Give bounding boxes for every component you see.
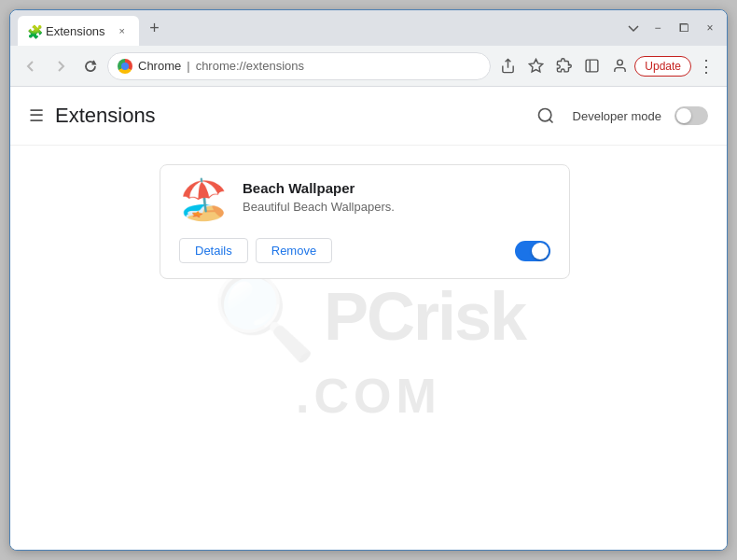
tab-title: Extensions xyxy=(46,24,105,38)
extensions-puzzle-button[interactable] xyxy=(550,53,577,79)
extension-name: Beach Wallpaper xyxy=(243,180,550,196)
developer-mode-toggle[interactable] xyxy=(674,106,708,125)
forward-button[interactable] xyxy=(48,53,74,79)
profile-icon xyxy=(612,58,628,74)
address-domain: Chrome xyxy=(138,59,181,73)
browser-window: 🧩 Extensions × + − ⧠ × xyxy=(9,9,728,551)
extension-buttons: Details Remove xyxy=(179,238,332,263)
watermark-pcrisk-text: PCrisk xyxy=(324,278,525,355)
extensions-body: 🔍 PCrisk .COM 🏖️ Beach Wallpaper Beautif… xyxy=(10,146,727,550)
minimize-button[interactable]: − xyxy=(648,19,667,37)
developer-mode-label: Developer mode xyxy=(573,109,661,123)
reload-icon xyxy=(83,59,98,74)
search-button[interactable] xyxy=(532,102,560,130)
puzzle-icon xyxy=(556,58,572,74)
svg-line-6 xyxy=(549,119,552,123)
remove-button[interactable]: Remove xyxy=(256,238,332,263)
page-title: Extensions xyxy=(55,104,156,128)
share-button[interactable] xyxy=(494,53,521,79)
forward-icon xyxy=(53,59,68,74)
restore-button[interactable]: ⧠ xyxy=(674,19,693,37)
watermark-dotcom-text: .COM xyxy=(296,368,441,424)
sidebar-button[interactable] xyxy=(578,53,605,79)
tab-strip: 🧩 Extensions × + xyxy=(18,10,622,46)
window-controls: − ⧠ × xyxy=(626,19,719,37)
chrome-menu-button[interactable]: ⋮ xyxy=(693,53,719,79)
toolbar-actions: Update ⋮ xyxy=(494,53,719,79)
header-left: ☰ Extensions xyxy=(29,104,156,128)
extension-toggle-knob xyxy=(532,243,549,259)
page-content: ☰ Extensions Developer mode 🔍 xyxy=(10,87,727,550)
extension-description: Beautiful Beach Wallpapers. xyxy=(243,200,550,214)
update-button[interactable]: Update xyxy=(634,56,691,77)
search-icon xyxy=(536,106,555,125)
bookmark-button[interactable] xyxy=(522,53,549,79)
sidebar-icon xyxy=(584,58,600,74)
close-button[interactable]: × xyxy=(701,19,719,37)
address-path: chrome://extensions xyxy=(196,59,304,73)
back-button[interactable] xyxy=(18,53,44,79)
active-tab[interactable]: 🧩 Extensions × xyxy=(18,16,139,46)
details-button[interactable]: Details xyxy=(179,238,248,263)
watermark: 🔍 PCrisk .COM xyxy=(212,274,525,424)
extensions-header: ☰ Extensions Developer mode xyxy=(10,87,727,146)
address-separator: | xyxy=(187,59,189,73)
new-tab-button[interactable]: + xyxy=(143,16,167,40)
chrome-logo-icon xyxy=(118,59,132,74)
address-bar[interactable]: Chrome | chrome://extensions xyxy=(107,52,491,80)
sidebar-menu-button[interactable]: ☰ xyxy=(29,105,44,126)
reload-button[interactable] xyxy=(77,53,104,79)
svg-point-4 xyxy=(617,60,622,65)
extension-info: 🏖️ Beach Wallpaper Beautiful Beach Wallp… xyxy=(179,180,550,219)
share-icon xyxy=(500,58,516,74)
bookmark-icon xyxy=(528,58,544,74)
svg-point-5 xyxy=(538,109,550,121)
tab-close-button[interactable]: × xyxy=(115,23,130,38)
tab-favicon-icon: 🧩 xyxy=(27,24,40,37)
chevron-down-icon xyxy=(626,21,641,35)
toolbar: Chrome | chrome://extensions xyxy=(10,46,727,87)
profile-button[interactable] xyxy=(606,53,633,79)
toggle-knob xyxy=(676,108,691,123)
extension-text: Beach Wallpaper Beautiful Beach Wallpape… xyxy=(243,180,550,214)
svg-rect-2 xyxy=(586,60,598,72)
header-right: Developer mode xyxy=(532,102,708,130)
back-icon xyxy=(23,59,38,74)
extension-icon: 🏖️ xyxy=(179,180,228,219)
title-bar: 🧩 Extensions × + − ⧠ × xyxy=(10,10,727,46)
svg-marker-1 xyxy=(529,59,542,71)
watermark-top: 🔍 PCrisk xyxy=(212,274,525,358)
extension-toggle[interactable] xyxy=(515,241,550,261)
extension-card: 🏖️ Beach Wallpaper Beautiful Beach Wallp… xyxy=(160,164,570,279)
extension-actions: Details Remove xyxy=(179,238,550,263)
watermark-magnifier-icon: 🔍 xyxy=(212,274,316,358)
